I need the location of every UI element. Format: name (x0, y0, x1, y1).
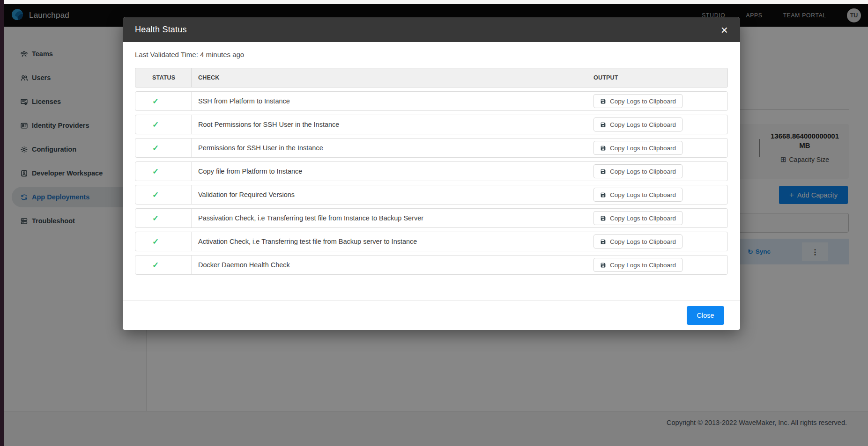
check-success-icon: ✓ (152, 96, 159, 106)
column-header-output: OUTPUT (594, 68, 727, 87)
close-button[interactable]: Close (687, 306, 724, 325)
table-row: ✓ Activation Check, i.e Transferring tes… (135, 232, 728, 251)
copy-logs-button[interactable]: Copy Logs to Clipboard (594, 258, 683, 272)
copy-logs-button[interactable]: Copy Logs to Clipboard (594, 211, 683, 225)
copy-logs-button[interactable]: Copy Logs to Clipboard (594, 234, 683, 249)
table-row: ✓ Docker Daemon Health Check Copy Logs t… (135, 255, 728, 275)
table-row: ✓ Copy file from Platform to Instance Co… (135, 161, 728, 181)
check-name: SSH from Platform to Instance (198, 97, 290, 105)
save-icon (600, 215, 606, 221)
screen: Launchpad STUDIO APPS TEAM PORTAL TU Tea… (0, 0, 868, 446)
window-edge-left (0, 0, 4, 446)
check-success-icon: ✓ (152, 213, 159, 223)
modal-body: Last Validated Time: 4 minutes ago STATU… (123, 51, 740, 275)
save-icon (600, 122, 606, 128)
copy-logs-button[interactable]: Copy Logs to Clipboard (594, 94, 683, 108)
check-name: Validation for Required Versions (198, 191, 295, 198)
copy-logs-button[interactable]: Copy Logs to Clipboard (594, 188, 683, 202)
save-icon (600, 192, 606, 198)
modal-title: Health Status (135, 25, 187, 35)
health-status-modal: Health Status × Last Validated Time: 4 m… (123, 17, 740, 330)
modal-header: Health Status × (123, 17, 740, 42)
check-name: Root Permissions for SSH User in the Ins… (198, 121, 339, 128)
copy-logs-button[interactable]: Copy Logs to Clipboard (594, 117, 683, 132)
table-row: ✓ Validation for Required Versions Copy … (135, 185, 728, 205)
check-name: Copy file from Platform to Instance (198, 168, 302, 175)
check-name: Passivation Check, i.e Transferring test… (198, 214, 423, 222)
check-success-icon: ✓ (152, 237, 159, 247)
save-icon (600, 168, 606, 175)
check-success-icon: ✓ (152, 260, 159, 270)
last-validated-text: Last Validated Time: 4 minutes ago (135, 51, 728, 58)
window-edge-top (4, 0, 868, 4)
table-row: ✓ Permissions for SSH User in the Instan… (135, 138, 728, 158)
table-row: ✓ Passivation Check, i.e Transferring te… (135, 208, 728, 228)
check-name: Activation Check, i.e Transferring test … (198, 238, 417, 245)
check-name: Permissions for SSH User in the Instance (198, 144, 323, 152)
save-icon (600, 145, 606, 151)
save-icon (600, 239, 606, 245)
check-success-icon: ✓ (152, 143, 159, 153)
column-header-status: STATUS (135, 68, 192, 87)
check-success-icon: ✓ (152, 167, 159, 176)
close-icon[interactable]: × (721, 24, 728, 36)
check-name: Docker Daemon Health Check (198, 261, 290, 269)
check-success-icon: ✓ (152, 120, 159, 130)
modal-footer: Close (123, 300, 740, 330)
save-icon (600, 262, 606, 268)
column-header-check: CHECK (192, 68, 594, 87)
copy-logs-button[interactable]: Copy Logs to Clipboard (594, 141, 683, 155)
table-header-row: STATUS CHECK OUTPUT (135, 68, 728, 88)
copy-logs-button[interactable]: Copy Logs to Clipboard (594, 164, 683, 178)
table-row: ✓ SSH from Platform to Instance Copy Log… (135, 91, 728, 111)
table-row: ✓ Root Permissions for SSH User in the I… (135, 115, 728, 134)
check-success-icon: ✓ (152, 190, 159, 200)
save-icon (600, 98, 606, 104)
